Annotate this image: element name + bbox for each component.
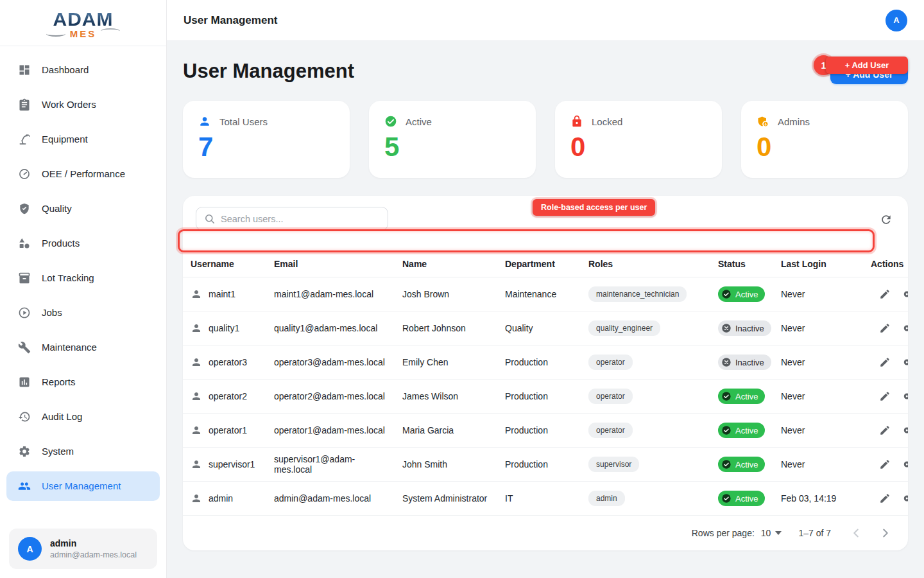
- cell-department: IT: [497, 482, 581, 516]
- table-row[interactable]: operator1 operator1@adam-mes.local Maria…: [183, 414, 908, 448]
- reset-password-button[interactable]: [902, 320, 908, 336]
- sidebar-item-audit-log[interactable]: Audit Log: [6, 402, 160, 432]
- users-table: Username Email Name Department Roles Sta…: [183, 252, 908, 516]
- previous-page-button[interactable]: [848, 525, 864, 541]
- person-icon: [191, 288, 202, 300]
- sidebar-item-oee-performance[interactable]: OEE / Performance: [6, 159, 160, 189]
- reset-password-button[interactable]: [902, 423, 908, 438]
- page-title: User Management: [183, 60, 354, 83]
- status-text: Active: [735, 426, 758, 435]
- person-icon: [191, 322, 202, 334]
- inventory-box-icon: [18, 272, 31, 285]
- edit-user-button[interactable]: [877, 320, 893, 336]
- cell-name: James Wilson: [395, 380, 497, 414]
- sidebar-item-dashboard[interactable]: Dashboard: [6, 55, 160, 85]
- role-badge: maintenance_technician: [588, 286, 687, 302]
- pencil-icon: [879, 425, 891, 436]
- users-table-body: maint1 maint1@adam-mes.local Josh Brown …: [183, 277, 908, 516]
- edit-user-button[interactable]: [877, 355, 893, 370]
- stat-card-active: Active 5: [369, 101, 536, 178]
- pencil-icon: [879, 390, 891, 402]
- cell-username: operator3: [209, 357, 247, 367]
- reset-password-button[interactable]: [902, 355, 908, 370]
- edit-user-button[interactable]: [877, 457, 893, 472]
- reset-password-button[interactable]: [902, 457, 908, 472]
- cell-department: Production: [497, 380, 581, 414]
- col-username: Username: [183, 252, 266, 277]
- cell-last-login: Never: [773, 414, 863, 448]
- edit-user-button[interactable]: [877, 286, 893, 302]
- status-badge: Active: [718, 423, 765, 438]
- table-row[interactable]: operator2 operator2@adam-mes.local James…: [183, 380, 908, 414]
- sidebar-item-maintenance[interactable]: Maintenance: [6, 333, 160, 362]
- status-text: Inactive: [735, 358, 764, 367]
- col-name: Name: [395, 252, 497, 277]
- reset-password-button[interactable]: [902, 491, 908, 506]
- cell-email: maint1@adam-mes.local: [266, 277, 395, 311]
- cell-department: Production: [497, 414, 581, 448]
- sidebar-item-reports[interactable]: Reports: [6, 367, 160, 397]
- cell-last-login: Never: [773, 277, 863, 311]
- reset-password-button[interactable]: [902, 389, 908, 404]
- role-badge: operator: [588, 355, 633, 370]
- table-row[interactable]: supervisor1 supervisor1@adam-mes.local J…: [183, 448, 908, 482]
- sidebar-item-products[interactable]: Products: [6, 229, 160, 258]
- pagination-range: 1–7 of 7: [798, 528, 831, 538]
- topbar-avatar[interactable]: A: [886, 10, 907, 31]
- sidebar-item-system[interactable]: System: [6, 437, 160, 466]
- sidebar-item-user-management[interactable]: User Management: [6, 471, 160, 501]
- person-icon: [191, 459, 202, 470]
- stats-row: Total Users 7 Active 5 Locked: [183, 101, 908, 178]
- check-circle-icon: [721, 391, 732, 401]
- cell-email: quality1@adam-mes.local: [266, 311, 395, 346]
- role-badge: supervisor: [588, 457, 639, 472]
- person-icon: [191, 425, 202, 436]
- rows-per-page-select[interactable]: 10: [761, 528, 782, 538]
- edit-user-button[interactable]: [877, 423, 893, 438]
- check-circle-icon: [721, 459, 732, 469]
- cell-username: operator1: [209, 425, 247, 435]
- table-row[interactable]: admin admin@adam-mes.local System Admini…: [183, 482, 908, 516]
- caret-down-icon: [775, 531, 782, 535]
- table-row[interactable]: maint1 maint1@adam-mes.local Josh Brown …: [183, 277, 908, 311]
- search-icon: [204, 213, 215, 224]
- stat-card-admins: Admins 0: [741, 101, 908, 178]
- table-row[interactable]: quality1 quality1@adam-mes.local Robert …: [183, 311, 908, 346]
- person-icon: [191, 493, 202, 504]
- key-icon: [903, 322, 908, 334]
- sidebar-item-lot-tracking[interactable]: Lot Tracking: [6, 263, 160, 293]
- reset-password-button[interactable]: [902, 286, 908, 302]
- sidebar-item-work-orders[interactable]: Work Orders: [6, 90, 160, 119]
- key-icon: [903, 425, 908, 436]
- key-icon: [903, 493, 908, 504]
- cell-name: Maria Garcia: [395, 414, 497, 448]
- cell-last-login: Never: [773, 380, 863, 414]
- sidebar-user-card[interactable]: A admin admin@adam-mes.local: [9, 529, 157, 569]
- annotation-tooltip: Role-based access per user: [533, 199, 655, 216]
- edit-user-button[interactable]: [877, 491, 893, 506]
- pencil-icon: [879, 322, 891, 334]
- sidebar-item-jobs[interactable]: Jobs: [6, 298, 160, 328]
- bar-chart-icon: [18, 376, 31, 389]
- cell-name: Emily Chen: [395, 346, 497, 380]
- next-page-button[interactable]: [877, 525, 894, 541]
- play-circle-icon: [18, 306, 31, 319]
- app-window: ADAM MES Dashboard Work Orders Equipment: [0, 0, 924, 578]
- brand-name: ADAM: [0, 9, 166, 30]
- stat-value-total-users: 7: [198, 134, 334, 161]
- cell-last-login: Never: [773, 346, 863, 380]
- status-badge: Inactive: [718, 320, 771, 336]
- search-input[interactable]: [221, 214, 380, 224]
- sidebar-item-quality[interactable]: Quality: [6, 194, 160, 223]
- cell-email: supervisor1@adam-mes.local: [266, 448, 395, 482]
- history-icon: [18, 410, 31, 423]
- stat-card-total-users: Total Users 7: [183, 101, 350, 178]
- sidebar-user-email: admin@adam-mes.local: [50, 550, 137, 559]
- refresh-button[interactable]: [877, 211, 895, 229]
- role-badge: operator: [588, 423, 633, 438]
- sidebar-item-equipment[interactable]: Equipment: [6, 125, 160, 154]
- edit-user-button[interactable]: [877, 389, 893, 404]
- table-row[interactable]: operator3 operator3@adam-mes.local Emily…: [183, 346, 908, 380]
- x-circle-icon: [721, 323, 732, 333]
- sidebar: ADAM MES Dashboard Work Orders Equipment: [0, 0, 167, 578]
